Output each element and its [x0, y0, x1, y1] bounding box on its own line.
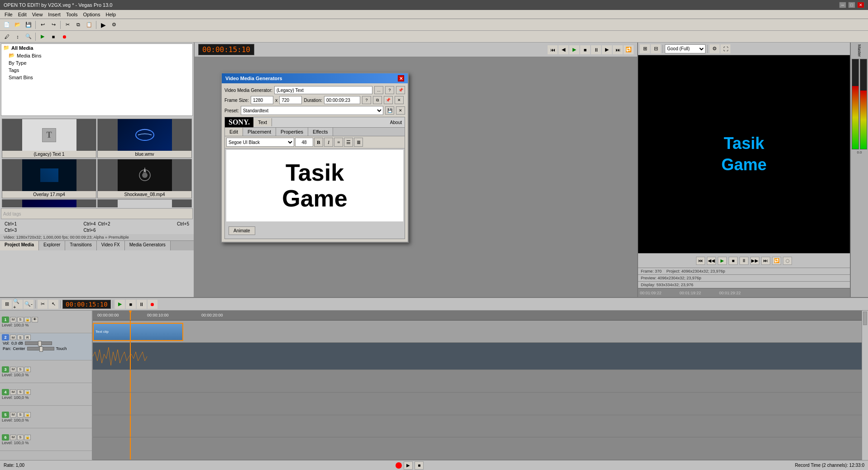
tab-media-generators[interactable]: Media Generators: [125, 241, 171, 250]
track-6-mute[interactable]: M: [10, 435, 16, 440]
play-pause-btn[interactable]: ▶: [569, 45, 579, 54]
tool-btn-3[interactable]: 🔍: [24, 32, 33, 41]
tree-media-bins[interactable]: 📂 Media Bins: [1, 52, 192, 59]
bottom-play-btn[interactable]: ▶: [404, 461, 413, 470]
preview-settings[interactable]: ⚙: [710, 44, 720, 53]
frame-height-input[interactable]: [279, 96, 302, 104]
media-thumb-6[interactable]: [97, 199, 192, 207]
prev-mark-btn[interactable]: ◌: [783, 257, 792, 265]
cut-button[interactable]: ✂: [62, 20, 72, 29]
font-select[interactable]: Segoe UI Black: [226, 138, 294, 147]
pause-btn[interactable]: ⏸: [591, 45, 601, 54]
bottom-stop-btn[interactable]: ■: [415, 461, 424, 470]
render-button[interactable]: ▶: [98, 20, 108, 29]
tl-stop-btn[interactable]: ■: [126, 300, 136, 309]
save-button[interactable]: 💾: [24, 20, 33, 29]
preview-icon-1[interactable]: ⊞: [640, 44, 650, 53]
tool-btn-2[interactable]: ↕: [13, 32, 23, 41]
close-button[interactable]: ✕: [857, 2, 864, 8]
tl-zoom-out[interactable]: 🔍-: [24, 300, 33, 309]
rev-btn[interactable]: ◀◀: [707, 257, 716, 265]
media-thumb-legacy-text[interactable]: T (Legacy) Text 1: [2, 119, 96, 158]
tags-bar[interactable]: Add tags: [1, 208, 193, 219]
undo-button[interactable]: ↩: [38, 20, 48, 29]
track-2-pan-fader[interactable]: [27, 347, 54, 350]
duration-pin[interactable]: 📌: [384, 96, 393, 104]
track-2-arm[interactable]: R: [24, 335, 31, 340]
tab-explorer[interactable]: Explorer: [39, 241, 65, 250]
fwd-btn[interactable]: ▶▶: [750, 257, 759, 265]
track-2-solo[interactable]: S: [17, 335, 24, 340]
redo-button[interactable]: ↪: [48, 20, 58, 29]
frame-width-input[interactable]: [251, 96, 273, 104]
prev-pause-btn[interactable]: ⏸: [739, 257, 749, 265]
track-4-mute[interactable]: M: [10, 389, 16, 395]
play-btn[interactable]: ▶: [38, 32, 48, 41]
tl-select-btn[interactable]: ↖: [48, 300, 58, 309]
media-thumb-blue-wmv[interactable]: blue.wmv: [97, 119, 192, 158]
track-4-solo[interactable]: S: [17, 389, 24, 395]
scrollbar-thumb[interactable]: [863, 312, 867, 325]
menu-insert[interactable]: Insert: [45, 11, 63, 18]
menu-view[interactable]: View: [29, 11, 46, 18]
maximize-button[interactable]: □: [848, 2, 855, 8]
font-size-input[interactable]: [295, 138, 313, 147]
tool-btn-1[interactable]: 🖊: [2, 32, 12, 41]
animate-button[interactable]: Animate: [229, 226, 255, 235]
track-4-lock[interactable]: 🔒: [24, 389, 31, 395]
about-link[interactable]: About: [387, 119, 405, 126]
video-media-generator-dialog[interactable]: Video Media Generators ✕ Video Media Gen…: [221, 72, 409, 243]
menu-edit[interactable]: Edit: [15, 11, 29, 18]
paste-button[interactable]: 📋: [84, 20, 94, 29]
track-3-solo[interactable]: S: [17, 367, 24, 372]
subtab-edit[interactable]: Edit: [225, 128, 243, 136]
track-1-lock[interactable]: 🔒: [24, 317, 31, 322]
align-right-btn[interactable]: ≣: [354, 138, 363, 147]
prev-loop-btn[interactable]: 🔁: [772, 257, 781, 265]
next-next-btn[interactable]: ⏭: [761, 257, 770, 265]
go-start-btn[interactable]: ⏮: [548, 45, 558, 54]
open-button[interactable]: 📂: [13, 20, 23, 29]
duration-input[interactable]: [324, 96, 360, 104]
tl-zoom-in[interactable]: 🔍+: [13, 300, 23, 309]
prev-prev-btn[interactable]: ⏮: [696, 257, 705, 265]
loop-btn[interactable]: 🔁: [624, 45, 634, 54]
prev-frame-btn[interactable]: ◀: [558, 45, 568, 54]
menu-help[interactable]: Help: [103, 11, 119, 18]
tab-text[interactable]: Text: [253, 118, 272, 126]
menu-file[interactable]: File: [2, 11, 15, 18]
media-thumb-shockwave[interactable]: Shockwave_08.mp4: [97, 159, 192, 198]
track-3-mute[interactable]: M: [10, 367, 16, 372]
track-5-solo[interactable]: S: [17, 412, 24, 417]
tree-by-type[interactable]: By Type: [1, 59, 192, 67]
dialog-close-button[interactable]: ✕: [398, 75, 404, 82]
tab-video-fx[interactable]: Video FX: [97, 241, 125, 250]
tl-record-btn[interactable]: ⏺: [148, 300, 157, 309]
stop-btn[interactable]: ■: [48, 32, 58, 41]
tl-razor-btn[interactable]: ✂: [38, 300, 48, 309]
subtab-placement[interactable]: Placement: [243, 128, 276, 136]
menu-options[interactable]: Options: [81, 11, 103, 18]
track-2-mute[interactable]: M: [10, 335, 16, 340]
media-thumb-5[interactable]: ▓▒░: [2, 199, 96, 207]
track-5-lock[interactable]: 🔒: [24, 412, 31, 417]
track-5-mute[interactable]: M: [10, 412, 16, 417]
tab-project-media[interactable]: Project Media: [0, 241, 39, 250]
generator-pin-btn[interactable]: 📌: [396, 86, 405, 94]
clip-track-1[interactable]: Text clip: [93, 323, 183, 341]
preset-save[interactable]: 💾: [385, 106, 394, 115]
tl-pause-btn[interactable]: ⏸: [137, 300, 147, 309]
new-button[interactable]: 📄: [2, 20, 12, 29]
track-2-fader[interactable]: [25, 341, 52, 345]
minimize-button[interactable]: ─: [839, 2, 846, 8]
preset-close[interactable]: ✕: [396, 106, 405, 115]
track-3-lock[interactable]: 🔒: [24, 367, 31, 372]
go-end-btn[interactable]: ⏭: [613, 45, 623, 54]
tree-smart-bins[interactable]: Smart Bins: [1, 74, 192, 81]
duration-help[interactable]: ?: [362, 96, 371, 104]
prev-stop-btn[interactable]: ■: [729, 257, 738, 265]
menu-tools[interactable]: Tools: [63, 11, 81, 18]
track-6-lock[interactable]: 🔒: [24, 435, 31, 440]
generator-browse-btn[interactable]: ...: [374, 86, 383, 94]
preview-fullscreen[interactable]: ⛶: [720, 44, 730, 53]
